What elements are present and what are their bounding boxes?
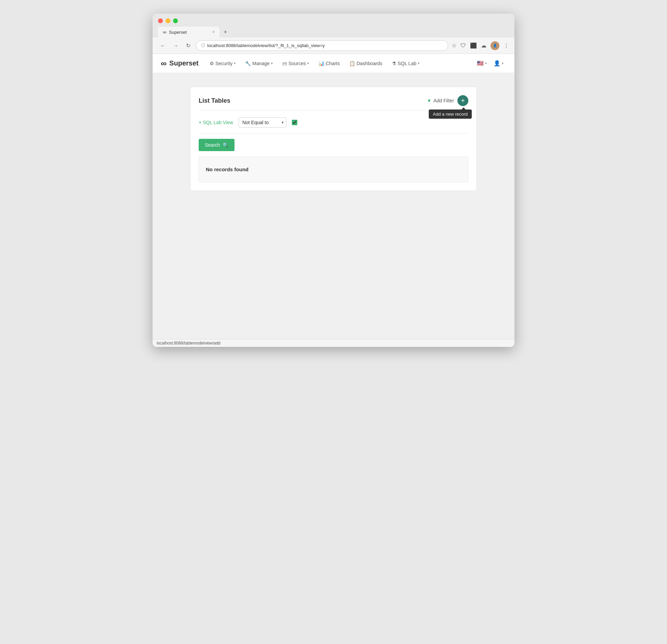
address-text: localhost:8088/tablemodelview/list/?_flt…	[207, 43, 325, 48]
shield-icon[interactable]: 🛡	[460, 43, 466, 49]
filter-select[interactable]: Not Equal to Equal to Greater than Less …	[239, 117, 286, 128]
nav-security[interactable]: ⚙ Security ▾	[205, 58, 240, 69]
status-url: localhost:8088/tablemodelview/add	[157, 341, 221, 346]
extensions-icon[interactable]: ⬛	[470, 42, 477, 49]
reload-button[interactable]: ↻	[184, 41, 193, 50]
add-record-button[interactable]: +	[457, 95, 468, 106]
menu-icon[interactable]: ⋮	[503, 42, 509, 49]
add-filter-label: Add Filter	[434, 98, 454, 103]
language-chevron: ▾	[485, 61, 487, 65]
tab-bar: ∞ Superset × +	[158, 27, 509, 38]
new-tab-button[interactable]: +	[221, 27, 230, 37]
profile-avatar[interactable]: 👤	[491, 41, 499, 50]
filter-select-wrapper: Not Equal to Equal to Greater than Less …	[239, 117, 286, 128]
filter-tag-remove[interactable]: ×	[199, 120, 201, 125]
browser-tab[interactable]: ∞ Superset ×	[158, 27, 219, 38]
search-label: Search	[205, 142, 220, 148]
brand: ∞ Superset	[161, 59, 199, 68]
nav-sources-label: Sources	[288, 61, 306, 66]
user-icon: 👤	[494, 60, 500, 67]
add-record-tooltip: Add a new record	[429, 109, 472, 119]
sqllab-chevron: ▾	[418, 61, 420, 65]
nav-charts-label: Charts	[326, 61, 340, 66]
security-icon: ⚙	[210, 61, 214, 66]
dashboard-icon: 📋	[349, 61, 355, 66]
browser-window: ∞ Superset × + ← → ↻ ⓘ localhost:8088/ta…	[153, 14, 514, 347]
nav-security-label: Security	[215, 61, 233, 66]
nav-sources[interactable]: 🗃 Sources ▾	[278, 58, 313, 69]
wrench-icon: 🔧	[245, 61, 251, 66]
panel-title: List Tables	[199, 97, 230, 104]
status-bar: localhost:8088/tablemodelview/add	[153, 339, 514, 347]
navbar-right: 🇺🇸 ▾ 👤 ▾	[474, 59, 506, 68]
flag-icon: 🇺🇸	[477, 60, 484, 67]
database-icon: 🗃	[282, 61, 287, 66]
app-content: ∞ Superset ⚙ Security ▾ 🔧 Manage ▾ 🗃 Sou…	[153, 54, 514, 339]
filter-checkbox[interactable]	[292, 120, 297, 125]
brand-name: Superset	[169, 59, 199, 67]
add-filter-button[interactable]: ▼ Add Filter	[427, 98, 454, 103]
no-records-text: No records found	[206, 166, 249, 172]
app-navbar: ∞ Superset ⚙ Security ▾ 🔧 Manage ▾ 🗃 Sou…	[153, 54, 514, 73]
tab-label: Superset	[169, 30, 187, 35]
manage-chevron: ▾	[271, 61, 273, 65]
filter-tag-label: SQL Lab View	[203, 120, 233, 125]
nav-dashboards-label: Dashboards	[356, 61, 382, 66]
close-button[interactable]	[158, 18, 163, 23]
flask-icon: ⚗	[392, 61, 396, 66]
panel-actions: ▼ Add Filter + Add a new record	[427, 95, 468, 106]
search-button[interactable]: Search 🔍	[199, 139, 235, 151]
title-bar: ∞ Superset × +	[153, 14, 514, 38]
filter-icon: ▼	[427, 98, 431, 103]
toolbar-icons: ☆ 🛡 ⬛ ☁ 👤 ⋮	[452, 41, 509, 50]
nav-manage[interactable]: 🔧 Manage ▾	[241, 58, 277, 69]
nav-sqllab[interactable]: ⚗ SQL Lab ▾	[388, 58, 424, 69]
address-bar[interactable]: ⓘ localhost:8088/tablemodelview/list/?_f…	[196, 40, 448, 51]
lock-icon: ⓘ	[201, 43, 205, 48]
bookmark-icon[interactable]: ☆	[452, 42, 456, 49]
no-records-box: No records found	[199, 157, 468, 182]
filter-row: × SQL Lab View Not Equal to Equal to Gre…	[199, 117, 468, 133]
minimize-button[interactable]	[166, 18, 170, 23]
language-selector[interactable]: 🇺🇸 ▾	[474, 59, 489, 68]
chart-icon: 📊	[318, 61, 324, 66]
nav-dashboards[interactable]: 📋 Dashboards	[345, 58, 386, 69]
page-content: List Tables ▼ Add Filter + Add a new rec…	[153, 73, 514, 339]
search-icon: 🔍	[223, 142, 228, 148]
filter-tag[interactable]: × SQL Lab View	[199, 120, 233, 125]
nav-manage-label: Manage	[252, 61, 270, 66]
sources-chevron: ▾	[307, 61, 309, 65]
user-menu[interactable]: 👤 ▾	[491, 59, 506, 68]
nav-charts[interactable]: 📊 Charts	[314, 58, 344, 69]
tab-favicon: ∞	[163, 29, 166, 35]
panel-header: List Tables ▼ Add Filter + Add a new rec…	[199, 95, 468, 111]
maximize-button[interactable]	[173, 18, 178, 23]
back-button[interactable]: ←	[158, 41, 168, 50]
window-controls	[158, 18, 509, 23]
address-bar-row: ← → ↻ ⓘ localhost:8088/tablemodelview/li…	[153, 38, 514, 54]
tab-close-button[interactable]: ×	[212, 30, 215, 34]
user-chevron: ▾	[502, 61, 503, 65]
brand-logo: ∞	[161, 59, 167, 68]
cloud-icon[interactable]: ☁	[481, 42, 486, 49]
nav-sqllab-label: SQL Lab	[398, 61, 416, 66]
forward-button[interactable]: →	[171, 41, 181, 50]
security-chevron: ▾	[234, 61, 236, 65]
main-panel: List Tables ▼ Add Filter + Add a new rec…	[190, 87, 477, 191]
